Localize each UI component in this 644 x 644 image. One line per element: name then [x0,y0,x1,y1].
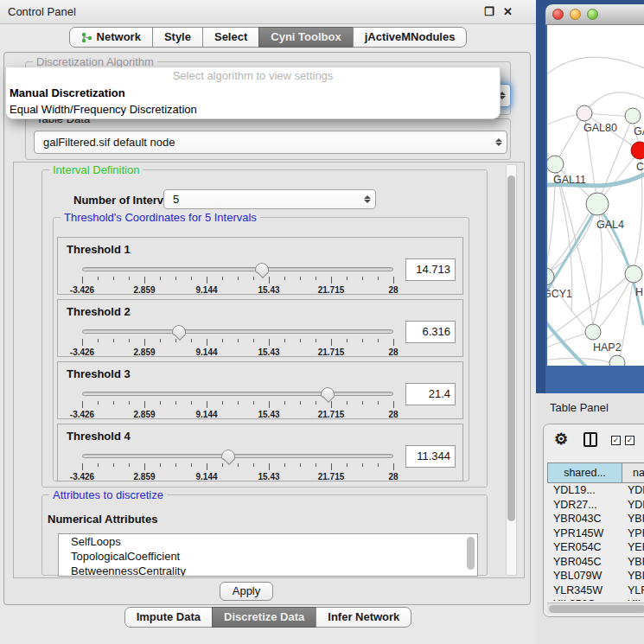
checkbox-icon[interactable]: ✓ [611,436,621,445]
cell-shared-name[interactable]: YBR045C [547,555,622,570]
network-node-gal80[interactable] [577,105,592,121]
columns-icon[interactable] [583,432,597,447]
tab-discretize-data[interactable]: Discretize Data [212,607,316,628]
tab-impute-data[interactable]: Impute Data [124,607,213,628]
slider-tick-labels: -3.4262.8599.14415.4321.71528 [82,348,393,357]
tab-style[interactable]: Style [152,27,203,48]
cell-name[interactable]: YIL0 [622,597,644,601]
scrollbar-thumb[interactable] [507,175,515,521]
cell-name[interactable]: YER0 [622,540,644,555]
cell-shared-name[interactable]: YLR345W [547,583,622,598]
list-scrollbar[interactable] [467,537,475,570]
cell-name[interactable]: YDR2 [622,498,644,513]
slider-thumb[interactable] [172,325,186,335]
network-node-hap2[interactable] [585,324,601,340]
threshold-row: Threshold 3-3.4262.8599.14415.4321.71528… [57,361,463,419]
table-horizontal-scrollbar[interactable] [547,603,644,614]
cell-shared-name[interactable]: YDL19... [547,483,622,498]
network-node-h[interactable] [625,265,642,283]
table-row[interactable]: YDR27...YDR2 [547,498,644,513]
slider-track[interactable] [82,454,393,458]
network-edge[interactable] [599,274,634,328]
network-node-gal11[interactable] [547,156,564,173]
thresholds-group: Threshold's Coordinates for 5 Intervals … [53,217,469,481]
num-intervals-combobox[interactable]: 5 [163,189,376,209]
cell-name[interactable]: YBR0 [622,555,644,570]
network-edge[interactable] [547,204,597,273]
cell-name[interactable]: YLR3 [622,583,644,598]
threshold-value-field[interactable]: 6.316 [405,321,456,343]
dropdown-option-manual[interactable]: Manual Discretization [6,85,500,101]
table-row[interactable]: YPR145WYPR1 [547,526,644,541]
table-row[interactable]: YBL079WYBL0 [547,569,644,583]
attribute-list-item[interactable]: TopologicalCoefficient [59,549,477,564]
cell-shared-name[interactable]: YBL079W [547,569,622,583]
network-node-label: GCY1 [547,288,572,300]
threshold-value-field[interactable]: 14.713 [405,258,456,281]
cell-name[interactable]: YBR0 [622,512,644,526]
table-row[interactable]: YIL052CYIL0 [547,597,644,601]
cell-shared-name[interactable]: YIL052C [547,597,622,601]
minimize-traffic-light-icon[interactable] [570,9,581,20]
cell-shared-name[interactable]: YER054C [547,540,622,555]
slider-thumb[interactable] [255,263,269,273]
table-row[interactable]: YER054CYER0 [547,540,644,555]
float-window-icon[interactable]: ❐ [484,5,494,18]
network-edge[interactable] [547,57,644,79]
control-panel: Control Panel ❐ ✕ Network Style Select C… [0,0,536,644]
numerical-attributes-list[interactable]: SelfLoopsTopologicalCoefficientBetweenne… [58,533,478,577]
checkbox-icon[interactable]: ✓ [625,436,634,445]
attribute-list-item[interactable]: BetweennessCentrality [59,564,477,577]
apply-button[interactable]: Apply [220,582,273,601]
table-data-combobox[interactable]: galFiltered.sif default node [34,131,507,154]
gear-icon[interactable]: ⚙ [554,430,568,449]
tab-jactivemnodules[interactable]: jActiveMNodules [353,27,468,48]
network-node[interactable] [609,355,625,366]
network-node-label: C [636,161,644,173]
slider-thumb[interactable] [321,387,335,398]
cyni-main-panel: Discretization Algorithm Select algorith… [3,52,531,605]
cell-shared-name[interactable]: YPR145W [547,526,622,541]
scrollbar-thumb[interactable] [549,605,644,613]
network-node-label: GAL80 [583,122,617,134]
cell-name[interactable]: YBL0 [622,569,644,583]
control-panel-titlebar: Control Panel ❐ ✕ [0,0,536,24]
dropdown-option-equal-width[interactable]: Equal Width/Frequency Discretization [6,101,500,118]
network-node-label: GAL11 [553,174,586,186]
cell-name[interactable]: YPR1 [622,526,644,541]
table-row[interactable]: YBR045CYBR0 [547,555,644,570]
cell-shared-name[interactable]: YBR043C [547,512,622,526]
network-node-c[interactable] [631,142,644,159]
network-node-gal4[interactable] [586,193,609,215]
column-header-shared-name[interactable]: shared... [548,463,622,482]
slider-track[interactable] [82,329,393,334]
table-row[interactable]: YBR043CYBR0 [547,512,644,526]
tab-select[interactable]: Select [202,27,259,48]
slider-track[interactable] [82,267,393,271]
network-canvas[interactable]: GAL80GACGAL11GAL4GCY1HHAP2 [547,25,644,366]
attribute-list-item[interactable]: SelfLoops [59,534,477,549]
table-row[interactable]: YDL19...YDL1 [547,483,644,498]
group-title: Attributes to discretize [49,488,167,501]
network-window-titlebar[interactable] [545,4,644,25]
tab-infer-network[interactable]: Infer Network [316,607,411,628]
column-header-name[interactable]: na [622,463,644,482]
network-graph: GAL80GACGAL11GAL4GCY1HHAP2 [547,25,644,366]
cell-shared-name[interactable]: YDR27... [547,498,622,513]
panel-title: Control Panel [8,5,76,18]
zoom-traffic-light-icon[interactable] [587,9,598,20]
slider-tick-labels: -3.4262.8599.14415.4321.71528 [82,410,393,419]
threshold-value-field[interactable]: 11.344 [405,445,456,468]
network-node-ga[interactable] [625,108,641,124]
cell-name[interactable]: YDL1 [622,483,644,498]
tab-cyni-toolbox[interactable]: Cyni Toolbox [258,27,353,48]
slider-thumb[interactable] [221,450,235,460]
settings-vertical-scrollbar[interactable] [506,164,517,576]
network-edge[interactable] [547,277,585,328]
close-traffic-light-icon[interactable] [552,9,564,20]
slider-track[interactable] [82,392,393,396]
threshold-value-field[interactable]: 21.4 [405,383,456,405]
close-window-icon[interactable]: ✕ [503,5,513,18]
tab-network[interactable]: Network [69,27,153,48]
table-row[interactable]: YLR345WYLR3 [547,583,644,598]
